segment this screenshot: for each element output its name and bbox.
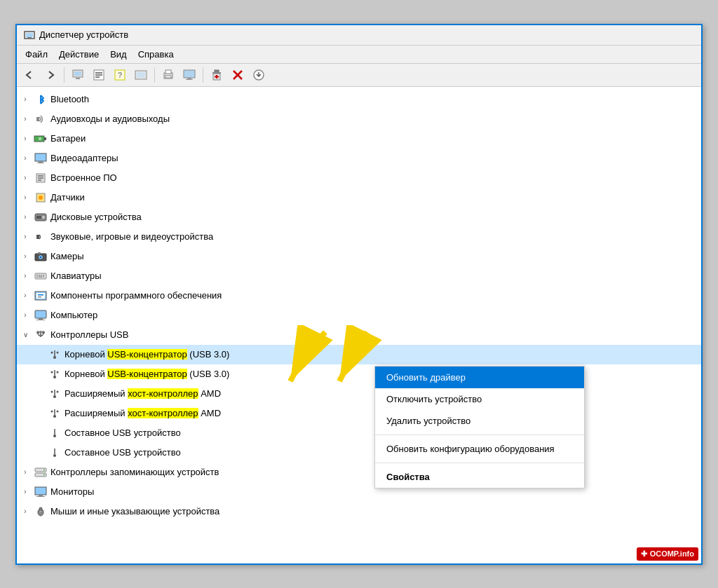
expand-firmware[interactable]: › bbox=[20, 172, 31, 184]
tree-item-keyboard[interactable]: › Клавиатуры bbox=[17, 266, 701, 286]
help-button[interactable]: ? bbox=[110, 66, 130, 84]
svg-point-84 bbox=[43, 474, 45, 475]
icon-usb-comp1 bbox=[48, 426, 62, 440]
tree-item-computer[interactable]: › Компьютер bbox=[17, 306, 701, 325]
label-storage: Контроллеры запоминающих устройств bbox=[50, 467, 219, 477]
svg-rect-62 bbox=[36, 320, 45, 320]
svg-text:?: ? bbox=[118, 71, 123, 79]
label-computer: Компьютер bbox=[50, 310, 97, 320]
expand-keyboard[interactable]: › bbox=[20, 271, 31, 282]
label-mice: Мыши и иные указывающие устройства bbox=[50, 506, 219, 517]
expand-monitors[interactable]: › bbox=[20, 486, 31, 498]
tree-item-display[interactable]: › Видеоадаптеры bbox=[17, 149, 701, 168]
title-bar: Диспетчер устройств bbox=[17, 25, 701, 46]
tree-item-battery[interactable]: › Батареи bbox=[17, 129, 701, 149]
label-usb-host1: Расширяемый хост-контроллер AMD bbox=[65, 388, 221, 399]
svg-rect-60 bbox=[35, 310, 46, 318]
tree-item-software[interactable]: › Компоненты программного обеспечения bbox=[17, 286, 701, 306]
expand-audio[interactable]: › bbox=[20, 114, 31, 125]
tree-item-mice[interactable]: › Мыши и иные указывающие устройства bbox=[17, 502, 701, 521]
menu-action[interactable]: Действие bbox=[53, 47, 104, 62]
tree-item-audio[interactable]: › Аудиовходы и аудиовыходы bbox=[17, 109, 701, 129]
svg-rect-15 bbox=[165, 70, 171, 74]
label-audio: Аудиовходы и аудиовыходы bbox=[50, 114, 170, 124]
icon-usb bbox=[34, 328, 48, 342]
icon-display bbox=[34, 151, 48, 165]
tree-item-usb-hub1[interactable]: Корневой USB-концентратор (USB 3.0) bbox=[17, 345, 701, 364]
menu-file[interactable]: Файл bbox=[20, 47, 53, 62]
tree-item-usb-host2[interactable]: Расширяемый хост-контроллер AMD bbox=[17, 404, 701, 423]
icon-software bbox=[34, 289, 48, 303]
icon-mice bbox=[34, 505, 48, 519]
svg-rect-20 bbox=[215, 70, 219, 72]
svg-point-46 bbox=[40, 256, 42, 258]
expand-usb-comp2 bbox=[34, 447, 45, 458]
tree-item-usb-comp2[interactable]: Составное USB устройство bbox=[17, 443, 701, 463]
svg-rect-29 bbox=[34, 136, 44, 142]
tree-item-camera[interactable]: › Камеры bbox=[17, 247, 701, 266]
tree-item-disk[interactable]: › Дисковые устройства bbox=[17, 207, 701, 227]
uninstall-button[interactable] bbox=[207, 66, 226, 84]
delete-button[interactable] bbox=[228, 66, 248, 84]
properties-button[interactable] bbox=[68, 66, 88, 84]
svg-rect-47 bbox=[38, 252, 41, 254]
tree-item-sound[interactable]: › Звуковые, игровые и видеоустройства bbox=[17, 227, 701, 247]
expand-display[interactable]: › bbox=[20, 153, 31, 164]
tree-item-usb-hub2[interactable]: Корневой USB-концентратор (USB 3.0) bbox=[17, 364, 701, 384]
tree-item-sensors[interactable]: › Датчики bbox=[17, 188, 701, 207]
svg-rect-5 bbox=[76, 78, 80, 79]
tree-item-firmware[interactable]: › Встроенное ПО bbox=[17, 168, 701, 188]
tree-item-usb-host1[interactable]: Расширяемый хост-контроллер AMD bbox=[17, 384, 701, 404]
expand-battery[interactable]: › bbox=[20, 133, 31, 144]
svg-rect-30 bbox=[44, 137, 46, 140]
expand-computer[interactable]: › bbox=[20, 310, 31, 321]
expand-mice[interactable]: › bbox=[20, 506, 31, 517]
svg-rect-28 bbox=[36, 117, 39, 121]
icon-usb-hub1 bbox=[48, 348, 62, 362]
highlight-usb-host2: хост-контроллер bbox=[128, 408, 198, 418]
expand-storage[interactable]: › bbox=[20, 467, 31, 478]
forward-button[interactable] bbox=[41, 66, 60, 84]
main-content: › Bluetooth › Аудиовхо bbox=[17, 87, 701, 563]
ctx-disable-device[interactable]: Отключить устройство bbox=[375, 388, 584, 410]
expand-software[interactable]: › bbox=[20, 290, 31, 301]
icon-computer bbox=[34, 308, 48, 322]
icon-audio bbox=[34, 112, 48, 126]
menu-help[interactable]: Справка bbox=[133, 47, 180, 62]
tree-item-storage[interactable]: › Контроллеры запоминающих устройств bbox=[17, 463, 701, 482]
label-usb-host2: Расширяемый хост-контроллер AMD bbox=[65, 408, 221, 418]
label-usb-hub2: Корневой USB-концентратор (USB 3.0) bbox=[65, 369, 229, 379]
expand-disk[interactable]: › bbox=[20, 212, 31, 223]
tree-item-usb-comp1[interactable]: Составное USB устройство bbox=[17, 423, 701, 443]
expand-sound[interactable]: › bbox=[20, 231, 31, 242]
icon-usb-hub2 bbox=[48, 367, 62, 381]
ctx-properties[interactable]: Свойства bbox=[375, 466, 584, 488]
svg-rect-42 bbox=[36, 216, 41, 219]
svg-point-39 bbox=[39, 196, 43, 200]
tree-item-monitors[interactable]: › Мониторы bbox=[17, 482, 701, 502]
svg-rect-85 bbox=[35, 487, 46, 495]
download-button[interactable] bbox=[249, 66, 269, 84]
scan-button[interactable] bbox=[131, 66, 151, 84]
expand-sensors[interactable]: › bbox=[20, 192, 31, 203]
ctx-update-driver[interactable]: Обновить драйвер bbox=[375, 367, 584, 388]
expand-bluetooth[interactable]: › bbox=[20, 94, 31, 105]
device-manager-window: Диспетчер устройств Файл Действие Вид Сп… bbox=[15, 24, 703, 565]
label-sensors: Датчики bbox=[50, 192, 85, 203]
svg-point-41 bbox=[42, 216, 45, 219]
label-camera: Камеры bbox=[50, 251, 84, 261]
ctx-uninstall-device[interactable]: Удалить устройство bbox=[375, 410, 584, 432]
print-button[interactable] bbox=[158, 66, 178, 84]
tree-item-bluetooth[interactable]: › Bluetooth bbox=[17, 90, 701, 109]
svg-point-72 bbox=[57, 371, 59, 373]
label-keyboard: Клавиатуры bbox=[50, 271, 102, 281]
ctx-scan-changes[interactable]: Обновить конфигурацию оборудования bbox=[375, 438, 584, 460]
context-menu: Обновить драйвер Отключить устройство Уд… bbox=[374, 366, 585, 488]
tree-item-usb[interactable]: ∨ Контроллеры USB bbox=[17, 325, 701, 345]
menu-view[interactable]: Вид bbox=[104, 47, 133, 62]
expand-camera[interactable]: › bbox=[20, 251, 31, 262]
back-button[interactable] bbox=[20, 66, 39, 84]
update-button[interactable] bbox=[89, 66, 109, 84]
expand-usb[interactable]: ∨ bbox=[20, 329, 31, 341]
monitor-button[interactable] bbox=[180, 66, 199, 84]
